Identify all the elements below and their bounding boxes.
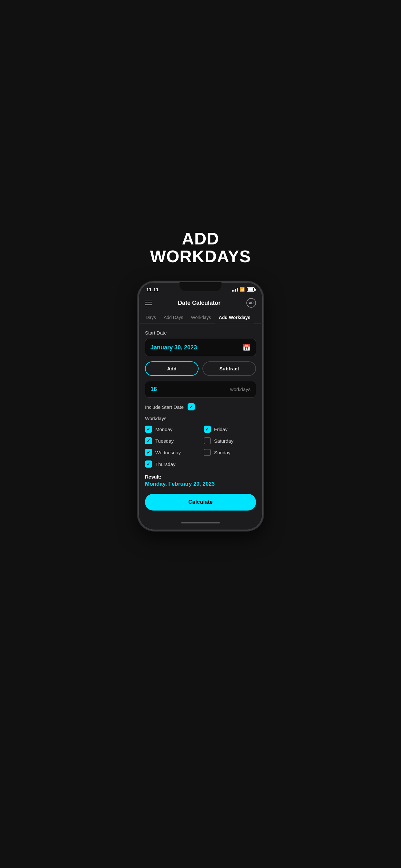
battery-icon: [247, 287, 255, 291]
workdays-section-label: Workdays: [145, 415, 256, 421]
start-date-input[interactable]: January 30, 2023 📅: [145, 339, 256, 356]
tab-workdays[interactable]: Workdays: [187, 312, 215, 323]
add-button[interactable]: Add: [145, 361, 198, 376]
calculate-button[interactable]: Calculate: [145, 494, 256, 510]
day-row-saturday: Saturday: [204, 437, 256, 444]
calendar-icon: 📅: [243, 344, 251, 351]
operation-buttons: Add Subtract: [145, 361, 256, 376]
phone-frame: 11:11 📶 Date Calculator AD Days Add Days: [137, 281, 264, 531]
tab-add-workdays[interactable]: Add Workdays: [215, 312, 254, 323]
app-title: Date Calculator: [178, 300, 220, 306]
workdays-input[interactable]: 16 workdays: [145, 381, 256, 398]
status-icons: 📶: [232, 287, 255, 292]
notch: [180, 282, 221, 291]
monday-checkbox[interactable]: [145, 426, 152, 433]
friday-label: Friday: [214, 427, 227, 432]
include-start-date-checkbox[interactable]: [188, 403, 195, 410]
wednesday-checkbox[interactable]: [145, 449, 152, 456]
result-section: Result: Monday, February 20, 2023: [145, 474, 256, 487]
home-indicator: [181, 522, 220, 523]
tab-days[interactable]: Days: [142, 312, 160, 323]
days-grid: Monday Friday Tuesday Saturday Wednesday: [145, 426, 256, 468]
status-time: 11:11: [146, 287, 158, 292]
day-row-sunday: Sunday: [204, 449, 256, 456]
start-date-label: Start Date: [145, 330, 256, 336]
page-title: ADD WORKDAYS: [150, 230, 251, 265]
app-header: Date Calculator AD: [138, 296, 263, 312]
wednesday-label: Wednesday: [155, 450, 181, 455]
friday-checkbox[interactable]: [204, 426, 211, 433]
thursday-label: Thursday: [155, 461, 176, 467]
sunday-checkbox[interactable]: [204, 449, 211, 456]
subtract-button[interactable]: Subtract: [203, 361, 256, 376]
app-content: Start Date January 30, 2023 📅 Add Subtra…: [138, 323, 263, 517]
workdays-value: 16: [150, 386, 157, 393]
page-wrapper: ADD WORKDAYS 11:11 📶 Date Calculator: [100, 217, 301, 651]
day-row-wednesday: Wednesday: [145, 449, 197, 456]
ad-badge: AD: [246, 298, 256, 308]
include-start-date-row: Include Start Date: [145, 403, 256, 410]
saturday-checkbox[interactable]: [204, 437, 211, 444]
tuesday-checkbox[interactable]: [145, 437, 152, 444]
wifi-icon: 📶: [240, 287, 245, 292]
thursday-checkbox[interactable]: [145, 461, 152, 468]
start-date-value: January 30, 2023: [150, 344, 197, 351]
signal-icon: [232, 288, 238, 291]
day-row-thursday: Thursday: [145, 461, 197, 468]
tab-add-days[interactable]: Add Days: [160, 312, 187, 323]
include-start-date-label: Include Start Date: [145, 404, 184, 410]
saturday-label: Saturday: [214, 438, 234, 444]
sunday-label: Sunday: [214, 450, 230, 455]
result-label: Result:: [145, 474, 256, 479]
workdays-unit: workdays: [230, 386, 251, 392]
day-row-friday: Friday: [204, 426, 256, 433]
menu-icon[interactable]: [145, 301, 152, 305]
status-bar: 11:11 📶: [138, 282, 263, 296]
day-row-tuesday: Tuesday: [145, 437, 197, 444]
monday-label: Monday: [155, 427, 173, 432]
result-value: Monday, February 20, 2023: [145, 481, 256, 487]
day-row-monday: Monday: [145, 426, 197, 433]
tabs-row: Days Add Days Workdays Add Workdays: [138, 312, 263, 323]
tuesday-label: Tuesday: [155, 438, 174, 444]
